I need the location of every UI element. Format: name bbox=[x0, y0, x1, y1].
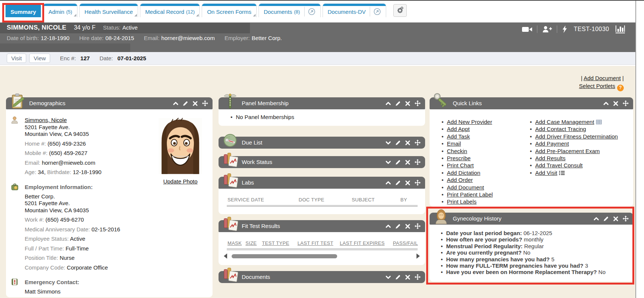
help-icon[interactable]: ? bbox=[617, 85, 624, 91]
quick-link[interactable]: Add New Provider bbox=[447, 119, 492, 125]
expand-icon[interactable] bbox=[385, 140, 391, 146]
scroll-left-icon[interactable] bbox=[224, 253, 227, 259]
tab-summary[interactable]: Summary bbox=[5, 3, 41, 17]
quick-link[interactable]: Add Visit bbox=[535, 170, 557, 176]
portlet-fit-test-header: Fit Test Results bbox=[219, 220, 425, 232]
edit-icon[interactable] bbox=[395, 101, 401, 106]
move-icon[interactable] bbox=[202, 100, 208, 106]
quick-link[interactable]: Add Document bbox=[447, 184, 484, 191]
lightning-icon[interactable] bbox=[562, 25, 567, 33]
close-icon[interactable] bbox=[405, 180, 410, 186]
quick-link[interactable]: Add Results bbox=[535, 155, 565, 161]
close-icon[interactable] bbox=[405, 274, 410, 280]
collapse-icon[interactable] bbox=[385, 224, 391, 229]
edit-icon[interactable] bbox=[395, 140, 401, 146]
close-icon[interactable] bbox=[405, 224, 410, 229]
move-icon[interactable] bbox=[623, 100, 629, 106]
gyn-answer: 5 bbox=[551, 256, 554, 262]
close-icon[interactable] bbox=[613, 216, 619, 222]
move-icon[interactable] bbox=[415, 223, 421, 229]
labs-col-doc-type[interactable]: DOC TYPE bbox=[299, 197, 324, 203]
quick-link[interactable]: Checkin bbox=[447, 148, 467, 154]
tab-documents[interactable]: Documents(8) bbox=[259, 3, 321, 17]
scrollbar-track[interactable] bbox=[229, 254, 414, 259]
move-icon[interactable] bbox=[415, 100, 421, 106]
fit-col-last-fit-expires[interactable]: LAST FIT EXPIRES bbox=[340, 240, 385, 246]
collapse-icon[interactable] bbox=[173, 101, 178, 106]
edit-icon[interactable] bbox=[603, 216, 609, 222]
move-icon[interactable] bbox=[415, 140, 421, 146]
edit-icon[interactable] bbox=[395, 274, 401, 280]
quick-link[interactable]: Add Travel Consult bbox=[535, 162, 583, 168]
quick-link-item: Add Visit bbox=[530, 169, 618, 176]
fit-col-mask[interactable]: MASK bbox=[228, 240, 242, 246]
fit-test-hscrollbar[interactable] bbox=[224, 253, 420, 259]
quick-link[interactable]: Add Driver Fitness Determination bbox=[535, 133, 618, 140]
quick-link[interactable]: Print Labels bbox=[447, 198, 476, 205]
quick-link[interactable]: Print Chart bbox=[447, 162, 474, 168]
toolbar-divider bbox=[537, 25, 537, 33]
quick-link-item: Add Payment bbox=[530, 140, 618, 147]
quick-link[interactable]: Email bbox=[447, 140, 461, 147]
quick-link[interactable]: Add Case Management bbox=[535, 119, 594, 125]
scrollbar-thumb[interactable] bbox=[232, 254, 337, 258]
close-icon[interactable] bbox=[405, 159, 410, 165]
move-icon[interactable] bbox=[415, 180, 421, 186]
expand-icon[interactable] bbox=[385, 274, 391, 280]
collapse-icon[interactable] bbox=[385, 101, 391, 106]
close-icon[interactable] bbox=[405, 140, 410, 146]
move-icon[interactable] bbox=[415, 274, 421, 280]
tab-count: (8) bbox=[294, 9, 300, 15]
tab-documents-dv[interactable]: Documents-DV bbox=[323, 3, 387, 17]
gyn-history-item: How many pregnancies have you had? 5 bbox=[441, 256, 605, 262]
move-icon[interactable] bbox=[623, 216, 629, 222]
expand-icon[interactable] bbox=[385, 159, 391, 165]
visit-button[interactable]: Visit bbox=[7, 54, 26, 63]
quick-link[interactable]: Add Payment bbox=[535, 140, 569, 147]
quick-link[interactable]: Add Contact Tracing bbox=[535, 126, 586, 132]
select-portlets-link[interactable]: Select Portlets bbox=[579, 83, 615, 89]
quick-link[interactable]: Add Appt bbox=[447, 126, 470, 132]
scroll-right-icon[interactable] bbox=[416, 253, 420, 259]
tab-medical-record[interactable]: Medical Record(12) bbox=[140, 3, 200, 17]
edit-icon[interactable] bbox=[395, 224, 401, 229]
popout-icon[interactable] bbox=[304, 7, 315, 16]
fit-col-last-fit-test[interactable]: LAST FIT TEST bbox=[297, 240, 333, 246]
quick-link[interactable]: Add Order bbox=[447, 177, 473, 183]
update-photo-link[interactable]: Update Photo bbox=[163, 178, 198, 185]
collapse-icon[interactable] bbox=[593, 216, 599, 222]
add-person-icon[interactable] bbox=[542, 26, 552, 33]
collapse-icon[interactable] bbox=[603, 101, 609, 106]
move-icon[interactable] bbox=[415, 159, 421, 165]
close-icon[interactable] bbox=[192, 101, 198, 106]
settings-gear-icon[interactable] bbox=[393, 4, 407, 17]
tab-health-surveillance[interactable]: Health Surveillance bbox=[79, 3, 138, 17]
quick-link-item: Add New Provider bbox=[442, 118, 493, 125]
edit-icon[interactable] bbox=[183, 101, 188, 106]
tab-admin[interactable]: Admin(5) bbox=[43, 3, 77, 17]
edit-icon[interactable] bbox=[395, 180, 401, 186]
patient-name-link[interactable]: Simmons, Nicole bbox=[25, 117, 67, 123]
quick-link[interactable]: Print Patient Label bbox=[447, 191, 493, 198]
close-icon[interactable] bbox=[405, 101, 410, 106]
quick-link[interactable]: Add Task bbox=[447, 133, 470, 140]
view-button[interactable]: View bbox=[29, 54, 50, 63]
edit-icon[interactable] bbox=[395, 159, 401, 165]
labs-col-subject[interactable]: SUBJECT bbox=[352, 197, 375, 203]
flowsheet-chart-icon[interactable] bbox=[616, 25, 625, 33]
quick-link[interactable]: Add Pre-Placement Exam bbox=[535, 148, 600, 154]
labs-col-service-date[interactable]: SERVICE DATE bbox=[228, 197, 264, 203]
fit-col-size[interactable]: SIZE bbox=[245, 240, 257, 246]
fit-col-test-type[interactable]: TEST TYPE bbox=[262, 240, 289, 246]
close-icon[interactable] bbox=[613, 101, 619, 106]
fit-col-pass-fail[interactable]: PASS/FAIL bbox=[393, 240, 418, 246]
video-camera-icon[interactable] bbox=[522, 26, 532, 33]
quick-link[interactable]: Add Dictation bbox=[447, 170, 480, 176]
tab-on-screen-forms[interactable]: On Screen Forms bbox=[202, 3, 256, 17]
dob-value: 12-18-1990 bbox=[41, 35, 70, 41]
quick-link[interactable]: Prescribe bbox=[447, 155, 470, 161]
add-document-link[interactable]: Add Document bbox=[584, 75, 621, 81]
collapse-icon[interactable] bbox=[385, 180, 391, 186]
popout-icon[interactable] bbox=[370, 7, 381, 16]
labs-col-by[interactable]: BY bbox=[400, 197, 407, 203]
